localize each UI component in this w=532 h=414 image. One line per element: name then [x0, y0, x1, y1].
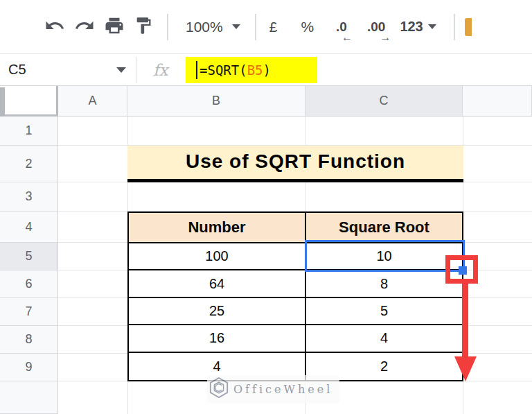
arrow-right-icon: →	[380, 31, 391, 44]
selected-cell-outline[interactable]	[305, 240, 465, 272]
fill-handle-highlight-box	[445, 255, 478, 284]
undo-button[interactable]	[44, 15, 65, 38]
column-header-c[interactable]: C	[305, 86, 463, 117]
redo-icon	[74, 15, 95, 38]
text-cursor	[196, 61, 197, 79]
chevron-down-icon	[232, 24, 240, 29]
drag-down-arrow	[462, 284, 468, 360]
column-header-a[interactable]: A	[58, 86, 127, 117]
watermark: OfficeWheel	[207, 375, 339, 403]
row-header-10[interactable]	[0, 381, 58, 414]
decrease-decimal-button[interactable]: .0 ←	[336, 19, 347, 35]
cell-c6[interactable]: 8	[306, 270, 462, 297]
formula-bar-divider	[136, 57, 136, 83]
row-header-9[interactable]: 9	[0, 354, 58, 381]
fx-icon: fx	[153, 61, 168, 79]
row-header-4[interactable]: 4	[0, 212, 58, 243]
cell-b7[interactable]: 25	[129, 298, 306, 325]
column-headers: A B C	[0, 86, 532, 117]
column-header-b[interactable]: B	[127, 86, 305, 117]
formula-cell-reference: B5	[247, 62, 263, 78]
select-all-corner[interactable]	[0, 86, 58, 117]
table-header-number[interactable]: Number	[129, 213, 306, 243]
row-header-8[interactable]: 8	[0, 326, 58, 354]
redo-button[interactable]	[74, 15, 95, 38]
row-header-1[interactable]: 1	[0, 117, 58, 146]
chevron-down-icon	[116, 67, 126, 73]
toolbar-divider	[167, 14, 168, 40]
toolbar-divider	[255, 14, 256, 40]
currency-format-button[interactable]: £	[269, 19, 278, 35]
zoom-value: 100%	[186, 19, 223, 35]
toolbar: 100% £ % .0 ← .00 → 123	[0, 0, 532, 54]
print-icon	[104, 15, 125, 38]
row-header-7[interactable]: 7	[0, 298, 58, 326]
google-sheets-window: 100% £ % .0 ← .00 → 123 C5 fx =SQRT(B5	[0, 0, 532, 414]
print-button[interactable]	[104, 15, 125, 38]
row-header-6[interactable]: 6	[0, 270, 58, 298]
row-headers: 1 2 3 4 5 6 7 8 9	[0, 117, 58, 414]
zoom-select[interactable]: 100%	[186, 19, 240, 35]
paint-roller-icon	[134, 16, 153, 37]
name-box[interactable]: C5	[0, 54, 136, 85]
row-header-5[interactable]: 5	[0, 243, 58, 270]
data-table: Number Square Root 100 10 64 8 25 5 16 4…	[127, 212, 463, 381]
cell-c7[interactable]: 5	[306, 298, 462, 325]
formula-text: )	[263, 62, 271, 78]
row-header-3[interactable]: 3	[0, 182, 58, 212]
table-header-square-root[interactable]: Square Root	[306, 213, 462, 243]
sheet-title-cell[interactable]: Use of SQRT Function	[127, 146, 463, 182]
percent-format-button[interactable]: %	[301, 19, 314, 35]
cell-c8[interactable]: 4	[306, 325, 462, 352]
cell-b6[interactable]: 64	[129, 270, 306, 297]
cell-b5[interactable]: 100	[129, 243, 306, 270]
row-header-2[interactable]: 2	[0, 146, 58, 182]
toolbar-divider	[454, 14, 455, 40]
cell-b8[interactable]: 16	[129, 325, 306, 352]
formula-input[interactable]: =SQRT(B5)	[186, 57, 317, 83]
officewheel-logo-icon	[209, 377, 229, 402]
drag-down-arrowhead	[454, 356, 477, 381]
watermark-text: OfficeWheel	[233, 383, 332, 396]
more-formats-button[interactable]: 123	[400, 19, 436, 35]
undo-icon	[44, 15, 65, 38]
arrow-left-icon: ←	[342, 31, 353, 44]
color-swatch[interactable]	[465, 18, 472, 36]
formula-text: =SQRT(	[200, 62, 247, 78]
column-header-d[interactable]	[463, 86, 532, 117]
increase-decimal-button[interactable]: .00 →	[367, 19, 385, 35]
formula-bar: C5 fx =SQRT(B5)	[0, 54, 532, 86]
paint-format-button[interactable]	[134, 16, 153, 37]
name-box-value: C5	[8, 62, 26, 78]
chevron-down-icon	[428, 24, 436, 29]
